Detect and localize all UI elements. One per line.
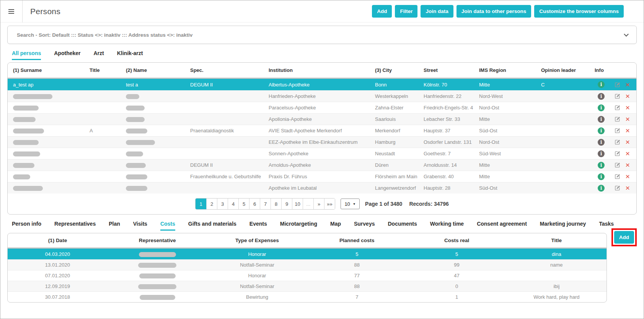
page-button-6[interactable]: 6: [249, 199, 260, 209]
edit-icon[interactable]: [615, 128, 620, 133]
column-header-1-surname[interactable]: (1) Surname: [8, 67, 84, 73]
column-header-info[interactable]: Info: [589, 67, 613, 73]
costs-row[interactable]: 12.09.2019Notfall-Seminar880ibij: [8, 281, 607, 291]
delete-icon[interactable]: ✕: [625, 93, 630, 99]
page-next-button[interactable]: »: [313, 199, 324, 209]
table-row[interactable]: DEGUM IIArnoldus-ApothekeDürenArnoldusst…: [8, 159, 636, 171]
costs-row[interactable]: 07.01.2020Honorar7747: [8, 270, 607, 281]
column-header-opinion-leader[interactable]: Opinion leader: [536, 67, 589, 73]
table-row[interactable]: Paracelsus-ApothekeZahna-ElsterFriedrich…: [8, 102, 636, 113]
delete-icon[interactable]: ✕: [625, 162, 630, 168]
column-header-title[interactable]: Title: [84, 67, 121, 73]
column-header-institution[interactable]: Institution: [263, 67, 370, 73]
detail-tab-map[interactable]: Map: [330, 221, 341, 231]
costs-column-header-costs-real[interactable]: Costs real: [407, 238, 507, 243]
table-row[interactable]: Apollonia-ApothekeSaarlouisLebacher Str.…: [8, 113, 636, 125]
costs-row[interactable]: 04.03.2020Honorar55dina: [8, 249, 607, 259]
page-button-7[interactable]: 7: [260, 199, 271, 209]
detail-tab-visits[interactable]: Visits: [133, 221, 147, 231]
detail-tab-representatives[interactable]: Representatives: [54, 221, 96, 231]
page-button-4[interactable]: 4: [228, 199, 238, 209]
detail-tab-person-info[interactable]: Person info: [12, 221, 41, 231]
page-button-8[interactable]: 8: [271, 199, 281, 209]
delete-icon[interactable]: ✕: [625, 82, 630, 88]
info-icon[interactable]: i: [598, 162, 605, 169]
search-summary-bar[interactable]: Search - Sort: Default ::: Status <>: in…: [7, 26, 637, 44]
column-header-street[interactable]: Street: [418, 67, 474, 73]
edit-icon[interactable]: [615, 93, 620, 99]
edit-icon[interactable]: [615, 174, 620, 179]
table-row[interactable]: Apotheke im LeubatalLangenwetzendorfHaup…: [8, 182, 636, 194]
tab-klinik-arzt[interactable]: Klinik-arzt: [117, 50, 143, 60]
edit-icon[interactable]: [615, 105, 620, 111]
page-button-10[interactable]: 10: [292, 199, 303, 209]
page-button-3[interactable]: 3: [217, 199, 228, 209]
table-row[interactable]: Hanfrieden-ApothekeWesterkappelnHanfried…: [8, 90, 636, 102]
page-button-9[interactable]: 9: [281, 199, 292, 209]
chevron-down-icon[interactable]: [624, 32, 629, 37]
edit-icon[interactable]: [615, 185, 620, 191]
table-row[interactable]: Sonnen-ApothekeNeustadtGoethestr. 7Süd-W…: [8, 148, 636, 159]
add-cost-button[interactable]: Add: [614, 231, 634, 244]
table-row[interactable]: Frauenheilkunde u. GeburtshilfePraxis Dr…: [8, 171, 636, 182]
delete-icon[interactable]: ✕: [625, 139, 630, 145]
edit-icon[interactable]: [615, 162, 620, 168]
edit-icon[interactable]: [615, 139, 620, 145]
detail-tab-events[interactable]: Events: [249, 221, 267, 231]
detail-tab-consent-agreement[interactable]: Consent agreement: [477, 221, 527, 231]
info-icon[interactable]: i: [598, 127, 605, 134]
costs-row[interactable]: 30.07.2018Bewirtung71Work hard, play har…: [8, 291, 607, 302]
costs-column-header-1-date[interactable]: (1) Date: [8, 238, 108, 243]
page-button-2[interactable]: 2: [206, 199, 217, 209]
header-button-filter[interactable]: Filter: [395, 5, 417, 18]
detail-tab-marketing-journey[interactable]: Marketing journey: [540, 221, 586, 231]
table-row[interactable]: EEZ-Apotheke im Elbe-EinkaufszentrumHamb…: [8, 136, 636, 148]
delete-icon[interactable]: ✕: [625, 105, 630, 111]
info-icon[interactable]: i: [598, 116, 605, 123]
info-icon[interactable]: i: [598, 139, 605, 146]
delete-icon[interactable]: ✕: [625, 185, 630, 191]
detail-tab-microtargeting[interactable]: Microtargeting: [280, 221, 317, 231]
tab-all-persons[interactable]: All persons: [12, 50, 41, 60]
detail-tab-gifts-and-materials[interactable]: Gifts and materials: [188, 221, 236, 231]
tab-apotheker[interactable]: Apotheker: [54, 50, 80, 60]
costs-column-header-type-of-expenses[interactable]: Type of Expenses: [207, 238, 307, 243]
costs-column-header-title[interactable]: Title: [507, 238, 607, 243]
edit-icon[interactable]: [615, 151, 620, 156]
header-button-customize-the-browser-columns[interactable]: Customize the browser columns: [534, 5, 624, 18]
column-header-spec[interactable]: Spec.: [185, 67, 263, 73]
detail-tab-documents[interactable]: Documents: [388, 221, 417, 231]
page-last-button[interactable]: »»: [324, 199, 335, 209]
detail-tab-working-time[interactable]: Working time: [430, 221, 464, 231]
delete-icon[interactable]: ✕: [625, 116, 630, 122]
edit-icon[interactable]: [615, 82, 620, 88]
hamburger-icon[interactable]: [0, 0, 23, 23]
detail-tab-costs[interactable]: Costs: [160, 221, 175, 231]
costs-column-header-representative[interactable]: Representative: [108, 238, 207, 243]
delete-icon[interactable]: ✕: [625, 151, 630, 156]
column-header-3-city[interactable]: (3) City: [370, 67, 418, 73]
page-size-select[interactable]: 10 ▼: [341, 199, 360, 209]
table-row[interactable]: a_test aptest aDEGUM IIAlbertus-Apotheke…: [8, 79, 636, 90]
table-row[interactable]: APraenataldiagnostikAVIE Stadt-Apotheke …: [8, 125, 636, 136]
header-button-join-data-to-other-persons[interactable]: Join data to other persons: [457, 5, 532, 18]
detail-tab-surveys[interactable]: Surveys: [354, 221, 375, 231]
info-icon[interactable]: i: [598, 150, 605, 157]
edit-icon[interactable]: [615, 116, 620, 122]
info-icon[interactable]: i: [598, 93, 605, 100]
page-ellipsis[interactable]: ...: [303, 199, 313, 209]
tab-arzt[interactable]: Arzt: [93, 50, 104, 60]
info-icon[interactable]: i: [598, 81, 605, 88]
page-button-5[interactable]: 5: [238, 199, 249, 209]
detail-tab-plan[interactable]: Plan: [109, 221, 120, 231]
info-icon[interactable]: i: [598, 185, 605, 192]
column-header-2-name[interactable]: (2) Name: [121, 67, 185, 73]
header-button-add[interactable]: Add: [372, 5, 392, 18]
page-button-1[interactable]: 1: [196, 199, 206, 209]
info-icon[interactable]: i: [598, 104, 605, 111]
header-button-join-data[interactable]: Join data: [421, 5, 453, 18]
delete-icon[interactable]: ✕: [625, 128, 630, 133]
delete-icon[interactable]: ✕: [625, 174, 630, 179]
costs-column-header-planned-costs[interactable]: Planned costs: [307, 238, 407, 243]
column-header-ims-region[interactable]: IMS Region: [474, 67, 536, 73]
